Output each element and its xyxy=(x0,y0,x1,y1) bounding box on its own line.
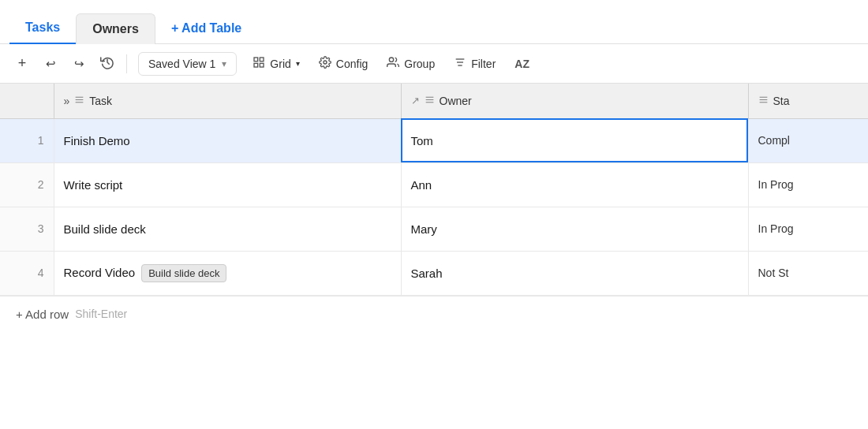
svg-point-5 xyxy=(390,58,394,62)
grid-view-button[interactable]: Grid ▾ xyxy=(245,51,307,76)
task-tooltip: Build slide deck xyxy=(141,264,226,282)
svg-rect-2 xyxy=(260,63,264,67)
task-cell[interactable]: Finish Demo xyxy=(54,118,401,162)
main-table: » Task ↗ Owner xyxy=(0,84,868,296)
col-header-status[interactable]: Sta xyxy=(748,84,868,118)
group-label: Group xyxy=(404,58,435,70)
add-button[interactable]: + xyxy=(9,51,35,76)
owner-cell[interactable]: Tom xyxy=(401,118,748,162)
redo-icon: ↪ xyxy=(74,57,84,71)
tab-bar: Tasks Owners + Add Table xyxy=(0,0,868,44)
double-chevron-icon: » xyxy=(64,95,70,107)
svg-rect-1 xyxy=(260,58,264,62)
col-status-label: Sta xyxy=(773,95,790,107)
tab-tasks[interactable]: Tasks xyxy=(9,13,76,44)
owner-cell[interactable]: Sarah xyxy=(401,251,748,295)
table-row[interactable]: 1Finish DemoTomCompl xyxy=(0,118,868,162)
task-cell[interactable]: Build slide deck xyxy=(54,207,401,251)
table-row[interactable]: 2Write scriptAnnIn Prog xyxy=(0,162,868,207)
filter-label: Filter xyxy=(471,58,496,70)
sort-button[interactable]: AZ xyxy=(507,53,537,75)
task-cell[interactable]: Write script xyxy=(54,162,401,207)
owner-col-hamburger-icon xyxy=(425,95,435,107)
col-header-task[interactable]: » Task xyxy=(54,84,401,118)
config-label: Config xyxy=(336,58,368,70)
svg-rect-3 xyxy=(254,63,258,67)
add-table-button[interactable]: + Add Table xyxy=(165,18,248,39)
plus-icon: + xyxy=(18,55,27,72)
redo-button[interactable]: ↪ xyxy=(66,51,92,76)
sort-az-icon: AZ xyxy=(514,58,529,70)
svg-rect-0 xyxy=(254,58,258,62)
config-icon xyxy=(319,56,331,71)
config-button[interactable]: Config xyxy=(311,51,376,76)
status-cell: In Prog xyxy=(748,162,868,207)
group-button[interactable]: Group xyxy=(379,51,443,76)
toolbar-divider xyxy=(126,54,127,73)
history-icon xyxy=(100,55,114,72)
owner-cell[interactable]: Mary xyxy=(401,207,748,251)
saved-view-caret-icon: ▾ xyxy=(222,58,226,69)
task-col-hamburger-icon xyxy=(74,95,84,107)
toolbar: + ↩ ↪ Saved View 1 ▾ Grid ▾ Config xyxy=(0,44,868,84)
col-header-owner[interactable]: ↗ Owner xyxy=(401,84,748,118)
svg-point-4 xyxy=(324,61,327,64)
add-row-shortcut: Shift-Enter xyxy=(75,308,127,320)
tab-owners[interactable]: Owners xyxy=(76,13,155,44)
col-owner-label: Owner xyxy=(440,95,472,107)
table-row[interactable]: 4Record VideoBuild slide deckSarahNot St xyxy=(0,251,868,295)
undo-icon: ↩ xyxy=(46,57,56,71)
table-wrapper: » Task ↗ Owner xyxy=(0,84,868,429)
filter-icon xyxy=(454,56,466,71)
add-row-button[interactable]: + Add row Shift-Enter xyxy=(0,296,868,332)
owner-cell[interactable]: Ann xyxy=(401,162,748,207)
table-row[interactable]: 3Build slide deckMaryIn Prog xyxy=(0,207,868,251)
grid-icon xyxy=(253,56,265,71)
history-button[interactable] xyxy=(95,51,120,76)
grid-caret-icon: ▾ xyxy=(296,59,300,68)
status-cell: In Prog xyxy=(748,207,868,251)
row-number: 2 xyxy=(0,162,54,207)
owner-arrow-icon: ↗ xyxy=(411,95,420,106)
status-col-hamburger-icon xyxy=(758,95,769,107)
saved-view-label: Saved View 1 xyxy=(148,58,215,70)
status-cell: Not St xyxy=(748,251,868,295)
undo-button[interactable]: ↩ xyxy=(38,51,63,76)
filter-button[interactable]: Filter xyxy=(446,51,503,76)
saved-view-button[interactable]: Saved View 1 ▾ xyxy=(138,52,237,76)
row-number: 4 xyxy=(0,251,54,295)
table-header-row: » Task ↗ Owner xyxy=(0,84,868,118)
group-icon xyxy=(387,56,399,71)
task-cell[interactable]: Record VideoBuild slide deck xyxy=(54,251,401,295)
grid-label: Grid xyxy=(270,58,290,70)
col-header-rownum xyxy=(0,84,54,118)
row-number: 1 xyxy=(0,118,54,162)
status-cell: Compl xyxy=(748,118,868,162)
row-number: 3 xyxy=(0,207,54,251)
col-task-label: Task xyxy=(89,95,112,107)
add-row-label: + Add row xyxy=(16,308,69,321)
